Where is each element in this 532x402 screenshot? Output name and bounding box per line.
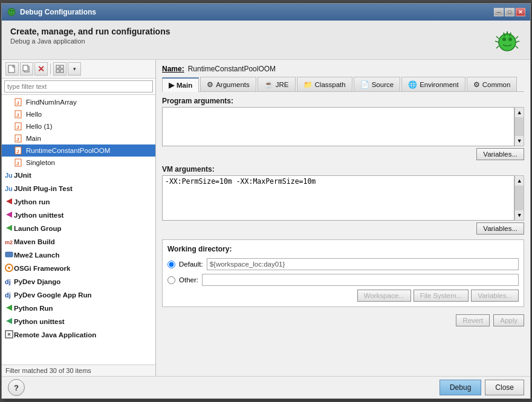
classpath-tab-icon: 📁: [303, 80, 313, 89]
header: Create, manage, and run configurations D…: [2, 21, 530, 60]
svg-rect-9: [56, 65, 59, 68]
window-title: Debug Configurations: [20, 8, 96, 16]
filter-input[interactable]: [4, 80, 153, 92]
svg-marker-36: [6, 305, 12, 311]
collapse-all-button[interactable]: [53, 62, 66, 76]
tab-main[interactable]: ▶ Main: [162, 77, 199, 92]
tree-category-python-run[interactable]: Python Run: [2, 302, 155, 315]
tree-category-pydev-google[interactable]: dj PyDev Google App Run: [2, 288, 155, 302]
tree-category-maven[interactable]: m2 Maven Build: [2, 235, 155, 248]
common-tab-icon: ⚙: [473, 80, 480, 89]
svg-point-1: [10, 10, 11, 12]
jython-run-icon: [4, 196, 14, 207]
duplicate-config-button[interactable]: [20, 62, 33, 76]
workspace-button[interactable]: Workspace...: [357, 290, 411, 302]
svg-text:Ju: Ju: [5, 172, 13, 179]
other-radio-row: Other:: [167, 274, 519, 286]
list-item-runtimeconstantpooloom[interactable]: J RuntimeConstantPoolOOM: [2, 144, 155, 157]
vm-args-group: VM arguments: ▲ ▼ Variables...: [162, 165, 524, 235]
other-value-input[interactable]: [202, 274, 519, 286]
list-item[interactable]: J Hello (1): [2, 120, 155, 132]
tree-category-junit[interactable]: Ju JUnit: [2, 169, 155, 182]
default-radio-row: Default:: [167, 258, 519, 270]
filesystem-button[interactable]: File System...: [414, 290, 469, 302]
svg-text:Ju: Ju: [5, 185, 13, 192]
left-panel: ✕ ▾: [2, 60, 156, 376]
vm-args-variables-button[interactable]: Variables...: [476, 222, 524, 235]
maven-icon: m2: [4, 236, 14, 247]
java-icon: J: [14, 158, 24, 167]
close-window-button[interactable]: ✕: [516, 8, 525, 16]
java-icon: J: [14, 122, 24, 131]
arguments-tab-icon: ⚙: [207, 80, 213, 89]
close-button[interactable]: Close: [485, 380, 524, 395]
vm-args-scrollbar[interactable]: ▲ ▼: [514, 175, 524, 221]
svg-point-4: [502, 37, 506, 41]
help-button[interactable]: ?: [8, 379, 25, 396]
program-args-scrollbar[interactable]: ▲ ▼: [514, 107, 524, 146]
tab-classpath[interactable]: 📁 Classpath: [297, 77, 352, 91]
svg-rect-12: [60, 70, 63, 73]
minimize-button[interactable]: ─: [494, 8, 504, 16]
apply-button[interactable]: Apply: [493, 314, 524, 326]
expand-all-button[interactable]: ▾: [68, 62, 81, 76]
delete-config-button[interactable]: ✕: [34, 62, 48, 76]
debug-button[interactable]: Debug: [440, 380, 481, 395]
tab-common[interactable]: ⚙ Common: [467, 77, 517, 91]
list-item[interactable]: J Main: [2, 132, 155, 144]
list-item[interactable]: J Singleton: [2, 157, 155, 169]
window-icon: [7, 7, 16, 17]
tab-environment[interactable]: 🌐 Environment: [401, 77, 465, 91]
other-radio-label: Other:: [179, 276, 198, 284]
tree-category-python-unittest[interactable]: Python unittest: [2, 315, 155, 328]
revert-button[interactable]: Revert: [456, 314, 490, 326]
tree-category-jython-run[interactable]: Jython run: [2, 195, 155, 209]
scroll-down-arrow[interactable]: ▼: [515, 210, 524, 220]
svg-marker-27: [6, 198, 12, 204]
tab-jre[interactable]: ☕ JRE: [258, 77, 296, 91]
list-item[interactable]: J FindNumInArray: [2, 96, 155, 108]
svg-marker-28: [6, 212, 12, 218]
tree-category-osgi[interactable]: OSGi Framework: [2, 262, 155, 275]
java-icon: J: [14, 109, 24, 119]
tree-category-remote-java[interactable]: Remote Java Application: [2, 328, 155, 342]
default-value-input[interactable]: [207, 258, 519, 270]
tree-list: J FindNumInArray J Hello J Hello (1) J M…: [2, 95, 155, 365]
tree-category-mwe2[interactable]: Mwe2 Launch: [2, 248, 155, 262]
working-dir-section: Working directory: Default: Other: Works…: [162, 239, 524, 307]
scroll-up-arrow[interactable]: ▲: [515, 108, 524, 117]
scroll-down-arrow[interactable]: ▼: [515, 136, 524, 146]
tree-category-junit-plugin[interactable]: Ju JUnit Plug-in Test: [2, 182, 155, 195]
other-radio[interactable]: [167, 276, 175, 284]
default-radio[interactable]: [167, 261, 175, 268]
tab-source[interactable]: 📄 Source: [354, 77, 400, 91]
new-config-button[interactable]: [5, 62, 19, 76]
svg-rect-31: [5, 252, 13, 257]
tab-arguments[interactable]: ⚙ Arguments: [200, 77, 256, 91]
maximize-button[interactable]: □: [505, 8, 514, 16]
pydev-google-icon: dj: [4, 290, 14, 300]
osgi-icon: [4, 263, 14, 274]
name-label: Name:: [162, 65, 184, 73]
junit-icon: Ju: [4, 170, 14, 181]
working-dir-variables-button[interactable]: Variables...: [471, 290, 519, 302]
program-args-textarea[interactable]: [162, 107, 514, 146]
header-title: Create, manage, and run configurations: [10, 27, 170, 36]
svg-text:m2: m2: [5, 239, 13, 245]
tree-category-pydev-django[interactable]: dj PyDev Django: [2, 275, 155, 288]
python-unittest-icon: [4, 316, 14, 327]
tree-category-launch-group[interactable]: Launch Group: [2, 222, 155, 235]
main-tab-icon: ▶: [169, 81, 174, 89]
left-status-bar: Filter matched 30 of 30 items: [2, 365, 155, 376]
tree-category-jython-unittest[interactable]: Jython unittest: [2, 209, 155, 222]
name-row: Name: RuntimeConstantPoolOOM: [162, 65, 524, 73]
scroll-up-arrow[interactable]: ▲: [515, 176, 524, 186]
list-item[interactable]: J Hello: [2, 108, 155, 120]
svg-text:J: J: [16, 137, 19, 142]
svg-text:J: J: [16, 125, 19, 130]
svg-marker-37: [6, 318, 12, 324]
program-args-variables-button[interactable]: Variables...: [476, 148, 524, 160]
vm-args-textarea[interactable]: [162, 175, 514, 221]
svg-text:J: J: [16, 149, 19, 154]
main-content: ✕ ▾: [2, 60, 530, 376]
